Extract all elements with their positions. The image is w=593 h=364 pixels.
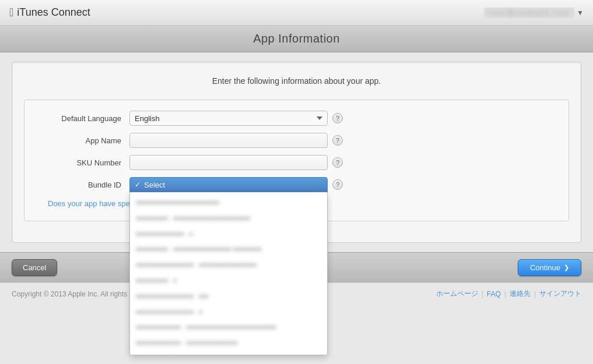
page-title: App Information (253, 32, 340, 45)
list-item[interactable]: xxxxxxxxxxxxxxxxxxxxxxxxxx (130, 195, 327, 210)
blurred-text: xxxxxxxxxxxxxxx · x (136, 229, 192, 238)
default-language-help-icon[interactable]: ? (332, 113, 343, 123)
blurred-text: xxxxxxxxxx · xxxxxxxxxxxxxxxxxxxxxxxx (136, 214, 250, 222)
bundle-id-dropdown-list: xxxxxxxxxxxxxxxxxxxxxxxxxx xxxxxxxxxx · … (129, 192, 328, 355)
app-name-control: ? (129, 133, 557, 148)
list-item[interactable]: xxxxxxxxxxxxxxxxxx · xxx (130, 288, 327, 304)
bundle-id-dropdown-container: ✓ Select xxxxxxxxxxxxxxxxxxxxxxxxxx xxxx… (129, 177, 328, 192)
footer-link-faq[interactable]: FAQ (487, 290, 501, 298)
footer-link-contact[interactable]: 連絡先 (510, 289, 531, 299)
main-content: Enter the following information about yo… (12, 62, 581, 243)
list-item[interactable]: xxxxxxxxxxxxxxxxxx · xxxxxxxxxxxxxxxxxx (130, 257, 327, 273)
bundle-id-select-header[interactable]: ✓ Select (129, 177, 328, 192)
list-item[interactable]: xxxxxxxxxx · x (130, 273, 327, 288)
default-language-row: Default Language English ? (36, 111, 557, 126)
app-name-row: App Name ? (36, 133, 557, 148)
checkmark-icon: ✓ (135, 181, 141, 189)
default-language-control: English ? (129, 111, 557, 126)
footer-divider-2: | (504, 290, 506, 298)
blurred-text: xxxxxxxxxxxxxxxxxx · x (136, 308, 202, 316)
bundle-id-control: ✓ Select xxxxxxxxxxxxxxxxxxxxxxxxxx xxxx… (129, 177, 557, 192)
sku-number-row: SKU Number ? (36, 155, 557, 170)
blurred-text: xxxxxxxxxx · x (136, 276, 177, 285)
sku-number-label: SKU Number (36, 158, 129, 167)
sku-number-input[interactable] (129, 155, 328, 170)
bundle-id-label: Bundle ID (36, 181, 129, 189)
blurred-text: xxxxxxxxxxxxxx · xxxxxxxxxxxxxxxx (136, 338, 237, 347)
footer-link-homepage[interactable]: ホームページ (436, 289, 478, 299)
list-item[interactable]: xxxxxxxxxxxxxxxxxx · x (130, 304, 327, 320)
brand-logo:  iTunes Connect (9, 6, 90, 19)
sku-number-control: ? (129, 155, 557, 170)
page-title-bar: App Information (0, 26, 593, 52)
bundle-id-help-icon[interactable]: ? (332, 179, 343, 190)
footer-divider-3: | (534, 290, 536, 298)
list-item[interactable]: xxxxxxxxxxxxxx · xxxxxxxxxxxxxxxx (130, 335, 327, 351)
user-email: user@example.com (484, 8, 574, 18)
default-language-select[interactable]: English (129, 111, 328, 126)
blurred-text: xxxxxxxxxxxxxx · xxxxxxxxxxxxxxxxxxxxxxx… (136, 323, 276, 331)
blurred-text: xxxxxxxxxxxxxxxxxxxxxxxxxx (136, 198, 219, 207)
brand-name: iTunes Connect (17, 6, 90, 19)
app-name-input[interactable] (129, 133, 328, 148)
footer-divider-1: | (482, 290, 483, 298)
blurred-text: xxxxxxxxxx · xxxxxxxxxxxxxxxxxx xxxxxxxx… (136, 245, 262, 253)
user-menu[interactable]: user@example.com ▼ (484, 8, 584, 18)
subtitle: Enter the following information about yo… (24, 76, 569, 86)
user-menu-chevron[interactable]: ▼ (577, 9, 584, 17)
apple-icon:  (9, 6, 13, 19)
continue-button[interactable]: Continue (518, 259, 581, 276)
blurred-text: xxxxxxxxxxxxxxxxxx · xxxxxxxxxxxxxxxxxx (136, 260, 257, 269)
footer-links: ホームページ | FAQ | 連絡先 | サインアウト (436, 289, 581, 299)
footer-link-signout[interactable]: サインアウト (539, 289, 581, 299)
top-navigation:  iTunes Connect user@example.com ▼ (0, 0, 593, 26)
app-name-label: App Name (36, 136, 129, 145)
list-item[interactable]: xxxxxxxxxxxxxx · xxxxxxxxxxxxxxxxxxxxxxx… (130, 319, 327, 335)
list-item[interactable]: xxxxxxxxxxxxxxx · x (130, 226, 327, 242)
default-language-label: Default Language (36, 114, 129, 123)
form-container: Default Language English ? App Name ? SK… (24, 100, 569, 221)
blurred-text: xxxxxxxxxxxxxxxxxx · xxx (136, 292, 209, 301)
list-item[interactable]: xxxxxxxxxx · x (130, 351, 327, 355)
list-item[interactable]: xxxxxxxxxx · xxxxxxxxxxxxxxxxxx xxxxxxxx… (130, 241, 327, 257)
bundle-select-label: Select (144, 181, 165, 189)
sku-number-help-icon[interactable]: ? (332, 157, 343, 168)
list-item[interactable]: xxxxxxxxxx · xxxxxxxxxxxxxxxxxxxxxxxx (130, 210, 327, 226)
cancel-button[interactable]: Cancel (12, 259, 57, 276)
bundle-id-row: Bundle ID ✓ Select xxxxxxxxxxxxxxxxxxxxx… (36, 177, 557, 192)
app-name-help-icon[interactable]: ? (332, 135, 343, 146)
blurred-text: xxxxxxxxxx · x (136, 354, 177, 355)
